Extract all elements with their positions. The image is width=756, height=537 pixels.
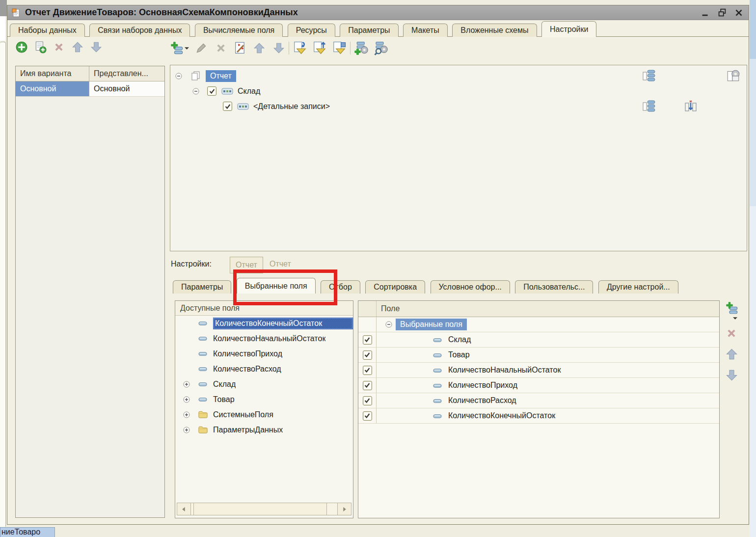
tab-resources[interactable]: Ресурсы bbox=[288, 24, 335, 37]
available-field-item[interactable]: КоличествоКонечныйОстаток bbox=[175, 316, 353, 331]
copy-variant-button[interactable] bbox=[34, 41, 47, 54]
expand-icon[interactable] bbox=[183, 396, 190, 403]
column-header-variant-name[interactable]: Имя варианта bbox=[16, 66, 89, 81]
selected-field-row[interactable]: КоличествоНачальныйОстаток bbox=[358, 363, 719, 378]
tab-sorting[interactable]: Сортировка bbox=[365, 280, 425, 294]
window-title: Отчет ДвижениеТоваров: ОсновнаяСхемаКомп… bbox=[25, 7, 298, 18]
delete-field-button[interactable] bbox=[725, 327, 738, 340]
tab-data-sets[interactable]: Наборы данных bbox=[10, 24, 85, 37]
tree-row-group[interactable]: Склад bbox=[170, 83, 747, 99]
available-field-item[interactable]: СистемныеПоля bbox=[175, 407, 353, 422]
tree-row-detail-records[interactable]: <Детальные записи> bbox=[170, 99, 747, 114]
available-field-item[interactable]: Товар bbox=[175, 392, 353, 407]
available-field-item[interactable]: КоличествоПриход bbox=[175, 346, 353, 361]
variant-properties-button[interactable] bbox=[354, 41, 369, 55]
group-checkbox[interactable] bbox=[207, 86, 216, 96]
move-variant-down-button[interactable] bbox=[90, 41, 103, 54]
annotation-rectangle bbox=[233, 269, 337, 305]
document-gear-icon[interactable] bbox=[726, 69, 741, 82]
upload-settings-button[interactable] bbox=[312, 41, 327, 55]
variant-row[interactable]: Основной Основной bbox=[16, 81, 164, 97]
field-checkbox[interactable] bbox=[363, 335, 372, 345]
scroll-right-button[interactable] bbox=[337, 503, 351, 515]
tab-other-settings[interactable]: Другие настрой... bbox=[598, 280, 678, 294]
available-field-item[interactable]: ПараметрыДанных bbox=[175, 422, 353, 437]
field-checkbox[interactable] bbox=[363, 411, 372, 421]
open-report-settings-button[interactable] bbox=[293, 41, 307, 55]
tab-user-settings[interactable]: Пользовательс... bbox=[515, 280, 593, 294]
edit-element-button[interactable] bbox=[195, 42, 208, 54]
selected-field-row[interactable]: КоличествоПриход bbox=[358, 378, 719, 393]
delete-element-button[interactable] bbox=[215, 42, 227, 54]
move-field-down-button[interactable] bbox=[725, 369, 738, 382]
field-checkbox[interactable] bbox=[363, 396, 372, 405]
variant-name-cell[interactable]: Основной bbox=[16, 81, 89, 96]
close-button[interactable] bbox=[733, 7, 745, 18]
variant-presentation-cell[interactable]: Основной bbox=[89, 81, 164, 96]
move-variant-up-button[interactable] bbox=[71, 41, 84, 54]
variant-toolbar bbox=[15, 41, 103, 54]
collapse-icon[interactable] bbox=[175, 73, 182, 80]
field-label: КоличествоРасход bbox=[213, 365, 281, 374]
selected-fields-root-row[interactable]: Выбранные поля bbox=[358, 317, 719, 332]
grid-columns-icon[interactable] bbox=[642, 69, 656, 82]
grid-columns-icon[interactable] bbox=[642, 100, 656, 112]
collapse-icon[interactable] bbox=[385, 321, 392, 328]
tab-calculated-fields[interactable]: Вычисляемые поля bbox=[195, 24, 283, 37]
expand-icon[interactable] bbox=[183, 381, 190, 388]
tree-node-group[interactable]: Склад bbox=[238, 87, 260, 96]
tab-settings[interactable]: Настройки bbox=[541, 21, 596, 37]
delete-variant-button[interactable] bbox=[53, 41, 65, 54]
save-settings-button[interactable] bbox=[332, 41, 347, 55]
tree-row-report[interactable]: Отчет bbox=[170, 68, 747, 83]
selected-field-row[interactable]: КоличествоРасход bbox=[358, 393, 719, 408]
taskbar-tab-fragment[interactable]: ниеТоваро bbox=[0, 527, 55, 537]
scrollbar-track[interactable] bbox=[191, 503, 337, 515]
add-field-button[interactable] bbox=[725, 301, 738, 315]
tab-nested-schemas[interactable]: Вложенные схемы bbox=[452, 24, 537, 37]
selected-field-row[interactable]: КоличествоКонечныйОстаток bbox=[358, 408, 719, 424]
window-titlebar[interactable]: Отчет ДвижениеТоваров: ОсновнаяСхемаКомп… bbox=[7, 5, 749, 20]
tab-data-set-links[interactable]: Связи наборов данных bbox=[89, 24, 190, 37]
background-right-strip bbox=[750, 0, 756, 537]
tree-node-detail-records[interactable]: <Детальные записи> bbox=[253, 102, 330, 111]
add-field-dropdown[interactable] bbox=[733, 317, 737, 320]
add-element-dropdown[interactable] bbox=[185, 47, 189, 50]
available-field-item[interactable]: КоличествоРасход bbox=[175, 361, 353, 376]
horizontal-scrollbar[interactable] bbox=[177, 503, 351, 515]
column-header-presentation[interactable]: Представлен... bbox=[89, 66, 164, 81]
tree-node-report[interactable]: Отчет bbox=[206, 70, 236, 82]
move-field-up-button[interactable] bbox=[725, 348, 738, 361]
add-variant-button[interactable] bbox=[15, 41, 28, 54]
field-column-header[interactable]: Поле bbox=[377, 301, 719, 317]
expand-icon[interactable] bbox=[183, 411, 190, 418]
field-label: КоличествоПриход bbox=[448, 381, 517, 390]
tab-parameters[interactable]: Параметры bbox=[340, 24, 398, 37]
available-field-item[interactable]: КоличествоНачальныйОстаток bbox=[175, 331, 353, 346]
move-element-down-button[interactable] bbox=[272, 42, 285, 54]
available-field-item[interactable]: Склад bbox=[175, 376, 353, 392]
variant-settings-search-button[interactable] bbox=[374, 41, 388, 55]
field-label: Склад bbox=[213, 380, 236, 389]
scroll-left-button[interactable] bbox=[177, 503, 191, 515]
scrollbar-thumb[interactable] bbox=[193, 503, 327, 515]
selected-field-row[interactable]: Товар bbox=[358, 348, 719, 363]
tab-conditional-appearance[interactable]: Условное офор... bbox=[431, 280, 510, 294]
field-checkbox[interactable] bbox=[363, 366, 372, 375]
move-element-up-button[interactable] bbox=[253, 42, 266, 54]
field-checkbox[interactable] bbox=[363, 381, 372, 390]
field-checkbox[interactable] bbox=[363, 350, 372, 360]
add-element-button[interactable] bbox=[170, 41, 184, 55]
tab-templates[interactable]: Макеты bbox=[403, 24, 448, 37]
selected-field-row[interactable]: Склад bbox=[358, 332, 719, 348]
selected-fields-group-label[interactable]: Выбранные поля bbox=[396, 319, 467, 330]
tab-settings-parameters[interactable]: Параметры bbox=[173, 280, 231, 294]
folder-icon bbox=[197, 409, 209, 420]
settings-wizard-button[interactable] bbox=[233, 41, 247, 55]
column-import-icon[interactable] bbox=[684, 100, 698, 112]
detail-checkbox[interactable] bbox=[223, 102, 232, 111]
restore-button[interactable] bbox=[716, 7, 728, 18]
expand-icon[interactable] bbox=[183, 427, 190, 433]
minimize-button[interactable] bbox=[700, 7, 711, 18]
collapse-icon[interactable] bbox=[192, 88, 199, 95]
